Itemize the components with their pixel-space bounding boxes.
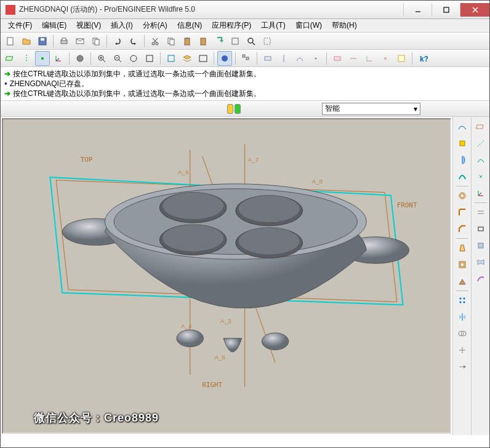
copy2-icon[interactable] bbox=[164, 34, 179, 49]
minimize-button[interactable] bbox=[403, 3, 432, 17]
orient-icon[interactable] bbox=[142, 51, 157, 66]
axis-icon[interactable] bbox=[473, 136, 488, 151]
offset-icon[interactable] bbox=[473, 205, 488, 220]
thicken-icon[interactable] bbox=[473, 222, 488, 236]
annotation-axis-icon[interactable] bbox=[346, 51, 361, 66]
menu-window[interactable]: 窗口(W) bbox=[291, 19, 327, 32]
shell-icon[interactable] bbox=[455, 257, 470, 272]
menu-app[interactable]: 应用程序(P) bbox=[207, 19, 256, 32]
svg-rect-104 bbox=[478, 243, 483, 248]
style-feature-icon[interactable] bbox=[473, 271, 488, 286]
rib-icon[interactable] bbox=[455, 274, 470, 289]
annotation-csys-icon[interactable] bbox=[362, 51, 377, 66]
csys-create-icon[interactable] bbox=[473, 186, 488, 201]
regenerate-manage-icon[interactable] bbox=[228, 34, 243, 49]
layer-icon[interactable] bbox=[180, 51, 195, 66]
hole-icon[interactable] bbox=[455, 188, 470, 203]
curve-icon[interactable] bbox=[473, 153, 488, 167]
paste-special-icon[interactable] bbox=[196, 34, 211, 49]
svg-point-27 bbox=[41, 57, 44, 60]
svg-rect-17 bbox=[170, 39, 174, 45]
solidify-icon[interactable] bbox=[473, 238, 488, 253]
new-file-icon[interactable] bbox=[3, 34, 18, 49]
extrude-icon[interactable] bbox=[455, 136, 470, 151]
svg-rect-94 bbox=[476, 125, 483, 129]
select-icon[interactable] bbox=[260, 34, 275, 49]
main-area: TOP FRONT RIGHT PRT_CSYS_DEF A_6 A_7 A_8… bbox=[1, 117, 489, 435]
menu-view[interactable]: 视图(V) bbox=[71, 19, 106, 32]
copy-icon[interactable] bbox=[89, 34, 103, 49]
info-arrow-icon: ➔ bbox=[4, 69, 10, 79]
draft-icon[interactable] bbox=[455, 241, 470, 255]
revolve-icon[interactable] bbox=[455, 153, 470, 167]
pattern-icon[interactable] bbox=[455, 293, 470, 308]
datum-plane-display-icon[interactable] bbox=[3, 51, 18, 66]
print-icon[interactable] bbox=[57, 34, 71, 49]
view-manager-icon[interactable] bbox=[196, 51, 211, 66]
message-line-2: ZHENGDNAQI已存盘。 bbox=[10, 79, 89, 89]
paste-icon[interactable] bbox=[180, 34, 195, 49]
zoom-in-icon[interactable] bbox=[94, 51, 109, 66]
anno-a8: A_8 bbox=[311, 178, 323, 185]
style-shading-icon[interactable] bbox=[217, 51, 232, 66]
maximize-button[interactable] bbox=[432, 3, 460, 17]
menu-analysis[interactable]: 分析(A) bbox=[138, 19, 172, 32]
model-tree-icon[interactable] bbox=[239, 51, 254, 66]
info-bullet-icon: ● bbox=[4, 79, 7, 89]
annotation-feature-icon[interactable] bbox=[394, 51, 409, 66]
mirror-icon[interactable] bbox=[455, 310, 470, 324]
close-button[interactable] bbox=[460, 3, 489, 17]
svg-rect-4 bbox=[7, 38, 13, 45]
menu-tool[interactable]: 工具(T) bbox=[256, 19, 290, 32]
cut-icon[interactable] bbox=[148, 34, 163, 49]
merge-icon[interactable] bbox=[455, 326, 470, 341]
trim-icon[interactable] bbox=[455, 343, 470, 358]
datum-axis-icon[interactable] bbox=[276, 51, 291, 66]
saved-view-icon[interactable] bbox=[164, 51, 179, 66]
datum-point-icon[interactable] bbox=[308, 51, 323, 66]
selection-filter-bar: 智能 ▾ bbox=[1, 101, 489, 117]
undo-icon[interactable] bbox=[110, 34, 125, 49]
spin-center-icon[interactable] bbox=[73, 51, 87, 66]
svg-rect-44 bbox=[243, 55, 245, 57]
sketch-icon[interactable] bbox=[455, 119, 470, 134]
annotation-plane-icon[interactable] bbox=[330, 51, 345, 66]
find-icon[interactable] bbox=[244, 34, 259, 49]
boundary-blend-icon[interactable] bbox=[473, 255, 488, 270]
svg-point-43 bbox=[222, 55, 228, 62]
point-icon[interactable] bbox=[473, 169, 488, 184]
datum-point-display-icon[interactable] bbox=[35, 51, 50, 66]
annotation-point-icon[interactable] bbox=[378, 51, 393, 66]
menu-help[interactable]: 帮助(H) bbox=[327, 19, 362, 32]
regenerate-icon[interactable] bbox=[212, 34, 227, 49]
zoom-out-icon[interactable] bbox=[110, 51, 125, 66]
menu-info[interactable]: 信息(N) bbox=[172, 19, 207, 32]
menu-edit[interactable]: 编辑(E) bbox=[37, 19, 71, 32]
svg-point-31 bbox=[77, 55, 83, 62]
menu-insert[interactable]: 插入(I) bbox=[106, 19, 137, 32]
datum-plane-icon[interactable] bbox=[260, 51, 275, 66]
datum-axis-display-icon[interactable] bbox=[19, 51, 34, 66]
sweep-icon[interactable] bbox=[455, 169, 470, 184]
csys-display-icon[interactable] bbox=[51, 51, 66, 66]
email-icon[interactable] bbox=[73, 34, 87, 49]
save-icon[interactable] bbox=[35, 34, 50, 49]
refit-icon[interactable] bbox=[126, 51, 141, 66]
svg-line-23 bbox=[252, 42, 255, 45]
help-about-icon[interactable]: k? bbox=[416, 51, 430, 66]
chamfer-icon[interactable] bbox=[455, 222, 470, 236]
svg-point-85 bbox=[463, 298, 465, 300]
round-icon[interactable] bbox=[455, 205, 470, 220]
graphics-viewport[interactable]: TOP FRONT RIGHT PRT_CSYS_DEF A_6 A_7 A_8… bbox=[2, 118, 451, 434]
plane-icon[interactable] bbox=[473, 119, 488, 134]
svg-point-74 bbox=[163, 225, 223, 251]
selection-filter-dropdown[interactable]: 智能 ▾ bbox=[322, 103, 420, 115]
toolbar-standard bbox=[1, 33, 489, 50]
extend-icon[interactable] bbox=[455, 359, 470, 374]
model-part bbox=[62, 184, 409, 352]
menu-file[interactable]: 文件(F) bbox=[3, 19, 37, 32]
redo-icon[interactable] bbox=[126, 34, 141, 49]
open-file-icon[interactable] bbox=[19, 34, 34, 49]
svg-rect-24 bbox=[264, 38, 270, 44]
datum-curve-icon[interactable] bbox=[292, 51, 307, 66]
